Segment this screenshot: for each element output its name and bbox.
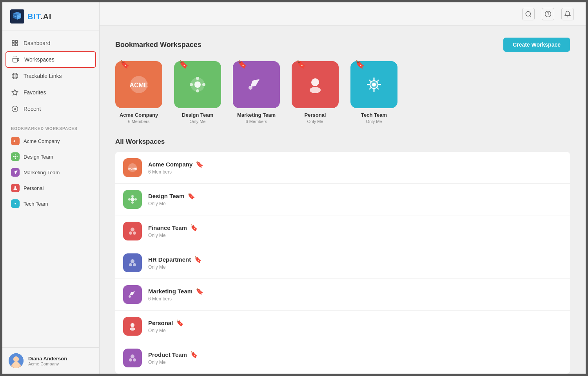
svg-point-43 [311,78,319,86]
svg-line-54 [369,87,372,89]
svg-point-39 [196,89,199,92]
nav-item-trackable-links[interactable]: Trackable Links [2,68,99,84]
bw-card-sub-personal: Only Me [307,119,323,124]
svg-point-40 [190,83,193,86]
sidebar-ws-marketing-label: Marketing Team [24,170,60,175]
bw-card-sub-design: Only Me [190,119,206,124]
svg-text:ACME: ACME [128,167,137,170]
sidebar-ws-acme[interactable]: A Acme Company [2,133,99,149]
list-sub-acme: 6 Members [148,169,562,175]
list-item-finance[interactable]: Finance Team 🔖 Only Me [115,215,570,247]
personal-logo-icon [303,73,327,96]
bw-card-name-design: Design Team [182,112,213,118]
nav-item-workspaces[interactable]: Workspaces [5,51,96,68]
search-button[interactable] [522,8,535,20]
recent-icon [11,105,19,113]
bw-card-sub-acme: 6 Members [128,119,149,124]
list-icon-acme: ACME [123,158,142,177]
all-workspaces-title: All Workspaces [115,138,570,146]
list-icon-marketing [123,285,142,304]
svg-point-70 [130,327,135,331]
svg-point-71 [131,354,134,358]
favorites-icon [11,89,19,96]
list-bookmark-product: 🔖 [190,351,198,358]
svg-point-58 [131,195,134,197]
bw-card-design[interactable]: 🔖 Design Team Only Me [174,61,221,124]
list-info-finance: Finance Team 🔖 Only Me [148,224,562,238]
help-button[interactable] [542,8,554,20]
svg-text:A: A [13,140,15,143]
list-sub-design: Only Me [148,201,562,206]
svg-point-59 [131,201,134,204]
nav-label-trackable-links: Trackable Links [24,73,62,79]
ws-marketing-dot [11,168,20,177]
bw-card-acme[interactable]: 🔖 ACME Acme Company 6 Members [115,61,162,124]
list-bookmark-marketing: 🔖 [196,287,203,295]
list-name-finance: Finance Team [148,224,187,231]
svg-line-51 [369,80,372,82]
list-item-hr[interactable]: HR Department 🔖 Only Me [115,247,570,279]
list-name-hr: HR Department [148,256,191,263]
ws-design-dot [11,152,20,161]
bw-card-img-design: 🔖 [174,61,221,108]
list-info-acme: Acme Company 🔖 6 Members [148,161,562,175]
svg-point-60 [128,198,131,201]
svg-line-10 [13,74,14,75]
list-item-product[interactable]: Product Team 🔖 Only Me [115,342,570,374]
bw-card-marketing[interactable]: 🔖 Marketing Team 6 Members [233,61,280,124]
svg-point-44 [310,87,321,93]
list-sub-product: Only Me [148,360,562,365]
svg-point-18 [15,156,16,158]
list-icon-product [123,349,142,367]
list-item-design[interactable]: Design Team 🔖 Only Me [115,184,570,215]
bw-card-name-personal: Personal [305,112,326,118]
svg-line-13 [13,77,14,78]
notifications-button[interactable] [561,8,574,20]
svg-line-12 [16,74,17,75]
nav-menu: Dashboard Workspaces Trackable Links Fav… [2,31,99,121]
list-item-acme[interactable]: ACME Acme Company 🔖 6 Members [115,152,570,184]
bw-card-tech[interactable]: 🔖 [350,61,397,124]
svg-point-22 [17,156,18,157]
acme-logo-icon: ACME [127,73,151,96]
nav-item-dashboard[interactable]: Dashboard [2,35,99,51]
bw-card-img-personal: 🔖 [292,61,339,108]
bw-card-personal[interactable]: 🔖 Personal Only Me [292,61,339,124]
sidebar-ws-personal[interactable]: Personal [2,180,99,196]
workspaces-icon [12,56,20,63]
design-logo-icon [186,73,209,96]
list-bookmark-hr: 🔖 [194,256,202,263]
list-icon-design [123,190,142,209]
bookmarked-workspace-list: A Acme Company Design Team Marketing Tea… [2,133,99,212]
list-info-marketing: Marketing Team 🔖 6 Members [148,287,562,302]
list-info-product: Product Team 🔖 Only Me [148,351,562,365]
svg-rect-2 [16,40,18,42]
svg-line-52 [376,87,379,89]
sidebar-ws-personal-label: Personal [24,185,44,191]
sidebar-ws-marketing[interactable]: Marketing Team [2,164,99,180]
trackable-links-icon [11,72,19,80]
svg-rect-3 [12,44,14,46]
create-workspace-button[interactable]: Create Workspace [503,38,570,52]
sidebar-ws-tech[interactable]: Tech Team [2,196,99,212]
all-workspaces-list: ACME Acme Company 🔖 6 Members [115,152,570,374]
list-item-marketing[interactable]: Marketing Team 🔖 6 Members [115,279,570,311]
logo: BIT.AI [2,2,99,31]
list-sub-finance: Only Me [148,233,562,238]
sidebar-ws-design[interactable]: Design Team [2,149,99,164]
list-icon-personal [123,317,142,336]
svg-point-42 [249,86,252,90]
bw-card-img-marketing: 🔖 [233,61,280,108]
nav-item-recent[interactable]: Recent [2,101,99,117]
footer-user-name: Diana Anderson [28,356,67,362]
bookmark-icon-design: 🔖 [179,60,189,69]
bookmark-icon-personal: 🔖 [296,60,306,69]
nav-label-recent: Recent [24,106,41,112]
list-bookmark-personal: 🔖 [176,319,184,327]
svg-rect-4 [16,44,18,46]
svg-point-62 [131,228,134,231]
list-item-personal[interactable]: Personal 🔖 Only Me [115,311,570,342]
bw-card-sub-marketing: 6 Members [245,119,267,124]
nav-item-favorites[interactable]: Favorites [2,84,99,101]
list-bookmark-finance: 🔖 [190,224,198,231]
